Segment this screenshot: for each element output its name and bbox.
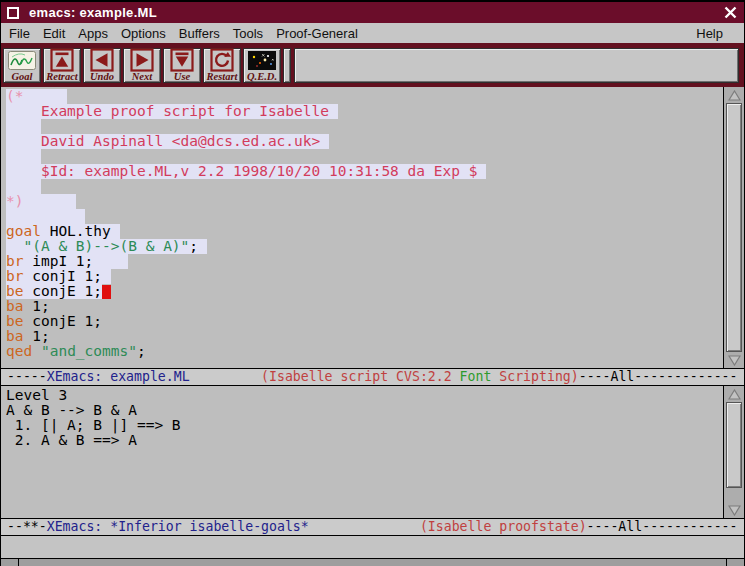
code-line: David Aspinall <da@dcs.ed.ac.uk> <box>6 134 723 149</box>
script-buffer-window: (* Example proof script for Isabelle Dav… <box>1 87 744 368</box>
goals-buffer-text[interactable]: Level 3A & B --> B & A 1. [| A; B |] ==>… <box>1 386 723 518</box>
scrollbar-down-icon[interactable] <box>724 503 744 517</box>
code-line <box>6 179 723 194</box>
goal-button[interactable]: Goal <box>3 48 41 83</box>
goals-line: 2. A & B ==> A <box>6 433 723 448</box>
next-icon <box>130 50 154 71</box>
toolbar-button-label: Next <box>132 71 152 82</box>
menu-bar-items: FileEditAppsOptionsBuffersToolsProof-Gen… <box>9 26 696 41</box>
restart-icon <box>210 50 234 71</box>
toolbar-button-label: Restart <box>207 71 238 82</box>
resize-handle-right[interactable] <box>727 559 744 566</box>
menu-item-tools[interactable]: Tools <box>233 26 263 41</box>
code-line: be conjE 1; <box>6 314 723 329</box>
menu-item-apps[interactable]: Apps <box>78 26 108 41</box>
frame-resize-bar[interactable] <box>1 558 744 566</box>
text-cursor <box>102 285 111 299</box>
code-line: goal HOL.thy <box>6 224 723 239</box>
scrollbar-thumb[interactable] <box>726 103 742 352</box>
code-line: ba 1; <box>6 299 723 314</box>
code-line: (* <box>6 89 723 104</box>
goals-line: 1. [| A; B |] ==> B <box>6 418 723 433</box>
use-icon <box>170 50 194 71</box>
code-line: br conjI 1; <box>6 269 723 284</box>
code-line: be conjE 1; <box>6 284 723 299</box>
scrollbar-up-icon[interactable] <box>724 88 744 102</box>
modeline-goals[interactable]: --**-XEmacs: *Inferior isabelle-goals* (… <box>1 518 744 536</box>
menu-item-help[interactable]: Help <box>696 26 723 41</box>
toolbar-button-label: Retract <box>46 71 78 82</box>
code-line <box>6 209 723 224</box>
use-button[interactable]: Use <box>163 48 201 83</box>
qed-stars-icon <box>248 50 276 71</box>
menu-item-proof-general[interactable]: Proof-General <box>276 26 358 41</box>
next-button[interactable]: Next <box>123 48 161 83</box>
minibuffer[interactable] <box>1 536 744 558</box>
close-button[interactable] <box>722 5 738 21</box>
toolbar: GoalRetractUndoNextUseRestartQ.E.D. <box>1 43 744 87</box>
code-line: Example proof script for Isabelle <box>6 104 723 119</box>
retract-icon <box>50 50 74 71</box>
code-line: ba 1; <box>6 329 723 344</box>
title-bar: emacs: example.ML <box>1 0 744 23</box>
goals-line: A & B --> B & A <box>6 403 723 418</box>
scrollbar-up-icon[interactable] <box>724 387 744 401</box>
goals-scrollbar[interactable] <box>723 386 744 518</box>
code-line: $Id: example.ML,v 2.2 1998/10/20 10:31:5… <box>6 164 723 179</box>
close-icon <box>724 6 737 19</box>
modeline-goals-text: --**-XEmacs: *Inferior isabelle-goals* (… <box>1 519 744 535</box>
toolbar-button-label: Goal <box>12 71 33 82</box>
goals-line: Level 3 <box>6 388 723 403</box>
toolbar-filler <box>294 48 739 83</box>
xemacs-window: emacs: example.ML FileEditAppsOptionsBuf… <box>0 0 745 566</box>
modeline-script-text: -----XEmacs: example.ML (Isabelle script… <box>1 369 744 385</box>
code-line: "(A & B)-->(B & A)"; <box>6 239 723 254</box>
code-line: qed "and_comms"; <box>6 344 723 359</box>
code-line <box>6 119 723 134</box>
script-buffer-text[interactable]: (* Example proof script for Isabelle Dav… <box>1 87 723 368</box>
menu-item-edit[interactable]: Edit <box>43 26 65 41</box>
goals-buffer-window: Level 3A & B --> B & A 1. [| A; B |] ==>… <box>1 386 744 518</box>
code-line <box>6 149 723 164</box>
code-line: *) <box>6 194 723 209</box>
menu-bar: FileEditAppsOptionsBuffersToolsProof-Gen… <box>1 23 744 43</box>
script-scrollbar[interactable] <box>723 87 744 368</box>
undo-icon <box>90 50 114 71</box>
undo-button[interactable]: Undo <box>83 48 121 83</box>
retract-button[interactable]: Retract <box>43 48 81 83</box>
scrollbar-down-icon[interactable] <box>724 353 744 367</box>
window-title: emacs: example.ML <box>29 5 722 20</box>
qed-button[interactable]: Q.E.D. <box>243 48 281 83</box>
resize-handle-middle[interactable] <box>19 559 727 566</box>
code-line: br impI 1; <box>6 254 723 269</box>
scrollbar-thumb[interactable] <box>726 402 742 488</box>
isabelle-logo-icon <box>8 50 36 71</box>
window-menu-icon[interactable] <box>7 7 19 19</box>
toolbar-separator <box>283 48 291 83</box>
menu-item-options[interactable]: Options <box>121 26 166 41</box>
toolbar-button-label: Undo <box>90 71 114 82</box>
toolbar-button-label: Q.E.D. <box>247 71 277 82</box>
menu-item-buffers[interactable]: Buffers <box>179 26 220 41</box>
resize-handle-left[interactable] <box>1 559 19 566</box>
restart-button[interactable]: Restart <box>203 48 241 83</box>
toolbar-button-label: Use <box>174 71 190 82</box>
modeline-script[interactable]: -----XEmacs: example.ML (Isabelle script… <box>1 368 744 386</box>
menu-item-file[interactable]: File <box>9 26 30 41</box>
